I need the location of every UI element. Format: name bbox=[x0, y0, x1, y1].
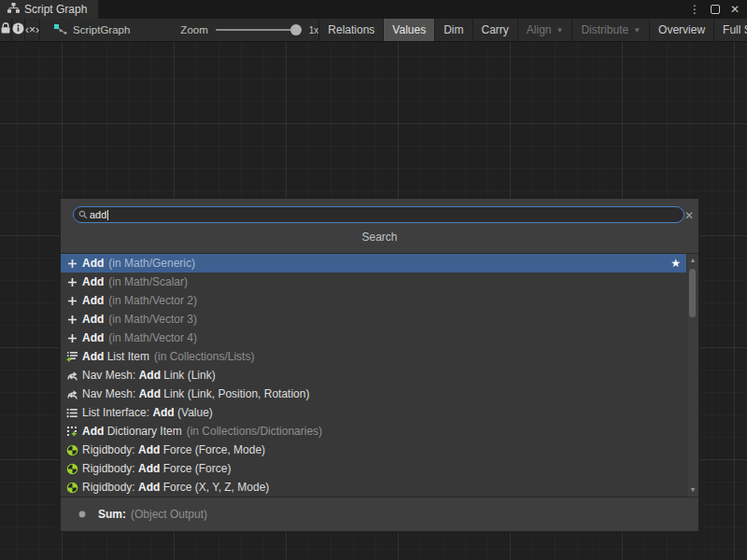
toolbar-button-dim[interactable]: Dim bbox=[434, 19, 472, 41]
graph-name-label: ScriptGraph bbox=[73, 24, 130, 35]
finder-header: add ✕ Search bbox=[61, 199, 698, 254]
finder-close-icon[interactable]: ✕ bbox=[684, 209, 694, 222]
finder-result-row[interactable]: Rigidbody: Add Force (Force, Mode) bbox=[61, 441, 687, 459]
port-dot-icon bbox=[78, 511, 86, 518]
info-button[interactable] bbox=[12, 19, 25, 41]
unity-script-graph-window: Script Graph ⋮ ✕ ‹×› ScriptGraph Zoom 1x bbox=[0, 0, 747, 560]
finder-title: Search bbox=[61, 231, 698, 244]
footer-port-note: (Object Output) bbox=[131, 508, 207, 521]
result-label: Add(in Math/Vector 3) bbox=[82, 313, 197, 326]
zoom-label: Zoom bbox=[180, 24, 207, 35]
finder-result-row[interactable]: Add(in Math/Vector 3) bbox=[61, 310, 687, 329]
scroll-down-icon[interactable]: ▼ bbox=[687, 485, 698, 495]
window-controls: ⋮ ✕ bbox=[689, 0, 747, 19]
result-label: Nav Mesh: Add Link (Link, Position, Rota… bbox=[82, 387, 309, 400]
toolbar-button-distribute: Distribute▼ bbox=[571, 19, 649, 41]
finder-result-row[interactable]: List Interface: Add (Value) bbox=[61, 403, 687, 422]
dict-add-icon bbox=[65, 426, 78, 437]
finder-result-row[interactable]: Rigidbody: Add Force (X, Y, Z, Mode) bbox=[61, 478, 687, 497]
fuzzy-finder-popup: add ✕ Search Add(in Math/Generic)★Add(in… bbox=[61, 199, 698, 531]
tab-script-graph[interactable]: Script Graph bbox=[0, 0, 98, 19]
finder-result-row[interactable]: Add(in Math/Generic)★ bbox=[61, 254, 687, 273]
result-label: Rigidbody: Add Force (Force, Mode) bbox=[82, 443, 265, 456]
result-label: Nav Mesh: Add Link (Link) bbox=[82, 369, 216, 382]
result-label: Add(in Math/Scalar) bbox=[82, 275, 188, 288]
rigidbody-icon bbox=[65, 482, 78, 494]
menu-kebab-icon[interactable]: ⋮ bbox=[689, 4, 700, 15]
plus-icon bbox=[65, 277, 78, 287]
zoom-slider-track bbox=[216, 29, 302, 31]
finder-result-list: Add(in Math/Generic)★Add(in Math/Scalar)… bbox=[61, 254, 687, 497]
finder-result-row[interactable]: Add Dictionary Item(in Collections/Dicti… bbox=[61, 422, 687, 441]
footer-port-label: Sum: bbox=[98, 508, 126, 521]
result-label: Add Dictionary Item(in Collections/Dicti… bbox=[82, 425, 322, 438]
navmesh-icon bbox=[65, 388, 78, 399]
scroll-up-icon[interactable]: ▲ bbox=[687, 256, 698, 265]
lock-icon bbox=[0, 22, 11, 37]
favorite-star-icon[interactable]: ★ bbox=[670, 257, 687, 270]
info-icon bbox=[12, 22, 24, 37]
zoom-value: 1x bbox=[309, 25, 319, 35]
search-icon bbox=[78, 210, 88, 219]
close-icon[interactable]: ✕ bbox=[730, 4, 740, 15]
toolbar-button-carry[interactable]: Carry bbox=[472, 19, 517, 41]
result-label: Add List Item(in Collections/Lists) bbox=[82, 350, 254, 363]
result-label: Add(in Math/Generic) bbox=[82, 257, 195, 270]
result-label: Rigidbody: Add Force (X, Y, Z, Mode) bbox=[82, 481, 269, 494]
zoom-control: Zoom 1x bbox=[180, 19, 318, 41]
scrollbar-thumb[interactable] bbox=[689, 269, 696, 317]
finder-result-row[interactable]: Nav Mesh: Add Link (Link, Position, Rota… bbox=[61, 385, 687, 403]
graph-canvas[interactable]: add ✕ Search Add(in Math/Generic)★Add(in… bbox=[0, 42, 747, 560]
finder-result-row[interactable]: Add(in Math/Vector 2) bbox=[61, 291, 687, 310]
toolbar-button-full-screen[interactable]: Full Screen bbox=[713, 19, 747, 41]
list-icon bbox=[65, 408, 78, 418]
navmesh-icon bbox=[65, 370, 78, 381]
search-text: add bbox=[90, 209, 106, 220]
result-label: Add(in Math/Vector 2) bbox=[82, 294, 197, 307]
finder-result-row[interactable]: Add List Item(in Collections/Lists) bbox=[61, 347, 687, 366]
zoom-slider[interactable] bbox=[216, 19, 302, 41]
rigidbody-icon bbox=[65, 463, 78, 475]
graph-hierarchy-icon bbox=[7, 3, 20, 16]
finder-result-row[interactable]: Add(in Math/Scalar) bbox=[61, 273, 687, 291]
search-input[interactable]: add bbox=[73, 206, 684, 223]
finder-result-row[interactable]: Rigidbody: Add Force (Force) bbox=[61, 459, 687, 478]
tab-title: Script Graph bbox=[24, 3, 87, 16]
lock-button[interactable] bbox=[0, 19, 12, 41]
finder-result-row[interactable]: Nav Mesh: Add Link (Link) bbox=[61, 366, 687, 385]
plus-icon bbox=[65, 333, 78, 343]
toolbar-toggle-buttons: RelationsValuesDimCarryAlign▼Distribute▼… bbox=[318, 19, 747, 41]
scrollbar[interactable]: ▲ ▼ bbox=[686, 254, 698, 497]
maximize-icon[interactable] bbox=[711, 5, 720, 14]
list-add-icon bbox=[65, 351, 78, 362]
plus-icon bbox=[65, 259, 78, 269]
finder-footer: Sum: (Object Output) bbox=[61, 497, 698, 531]
plus-icon bbox=[65, 315, 78, 325]
title-bar: Script Graph ⋮ ✕ bbox=[0, 0, 747, 19]
toolbar-button-align: Align▼ bbox=[517, 19, 572, 41]
text-caret bbox=[107, 210, 108, 220]
chevron-down-icon: ▼ bbox=[633, 26, 641, 35]
result-label: Add(in Math/Vector 4) bbox=[82, 331, 197, 344]
finder-results: Add(in Math/Generic)★Add(in Math/Scalar)… bbox=[61, 254, 698, 497]
chevron-down-icon: ▼ bbox=[557, 26, 564, 35]
result-label: Rigidbody: Add Force (Force) bbox=[82, 462, 231, 475]
rigidbody-icon bbox=[65, 444, 78, 456]
graph-identity: ScriptGraph bbox=[53, 19, 130, 41]
toolbar-button-overview[interactable]: Overview bbox=[649, 19, 713, 41]
plus-icon bbox=[65, 296, 78, 306]
script-graph-node-icon bbox=[53, 23, 67, 37]
finder-result-row[interactable]: Add(in Math/Vector 4) bbox=[61, 329, 687, 347]
result-label: List Interface: Add (Value) bbox=[82, 406, 213, 419]
zoom-slider-knob[interactable] bbox=[290, 24, 302, 35]
code-preview-button[interactable]: ‹×› bbox=[25, 19, 40, 41]
toolbar-button-relations[interactable]: Relations bbox=[318, 19, 383, 41]
graph-toolbar: ‹×› ScriptGraph Zoom 1x RelationsValuesD… bbox=[0, 19, 747, 42]
toolbar-button-values[interactable]: Values bbox=[383, 19, 434, 41]
